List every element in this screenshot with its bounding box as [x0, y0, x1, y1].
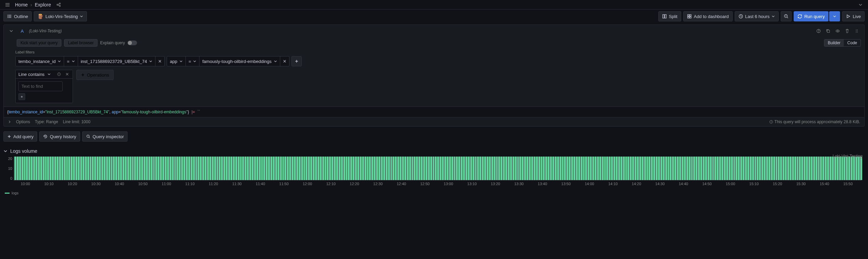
- label-browser-button[interactable]: Label browser: [64, 39, 97, 47]
- query-history-button[interactable]: Query history: [39, 131, 80, 142]
- expand-options-icon[interactable]: [8, 120, 11, 124]
- split-button[interactable]: Split: [658, 11, 681, 21]
- plus-icon: [7, 134, 11, 139]
- chevron-down-icon[interactable]: [856, 1, 865, 9]
- chevron-down-icon[interactable]: [47, 72, 51, 76]
- run-query-dropdown[interactable]: [829, 11, 840, 21]
- filter-value-select[interactable]: inst_1715886923729_UB5Bkt_74: [78, 56, 155, 66]
- chevron-down-icon: [833, 15, 836, 18]
- breadcrumb: Home › Explore: [15, 2, 51, 7]
- history-icon: [43, 134, 48, 139]
- svg-point-12: [8, 16, 8, 17]
- svg-rect-16: [688, 15, 689, 16]
- add-dashboard-label: Add to dashboard: [694, 14, 729, 19]
- query-code-preview: {tembo_instance_id="inst_1715886923729_U…: [4, 107, 864, 117]
- close-icon[interactable]: [64, 71, 70, 77]
- svg-point-53: [87, 135, 89, 137]
- breadcrumb-explore[interactable]: Explore: [35, 2, 51, 7]
- text-to-find-input[interactable]: [18, 81, 63, 91]
- svg-point-31: [856, 31, 856, 31]
- svg-point-28: [837, 30, 838, 32]
- svg-point-29: [856, 30, 856, 30]
- legend-label: logs: [12, 191, 18, 195]
- label-filters-label: Label filters: [15, 50, 858, 54]
- breadcrumb-home[interactable]: Home: [15, 2, 28, 7]
- list-icon: [7, 14, 12, 19]
- add-filter-button[interactable]: [291, 56, 302, 66]
- filter-value-text: famously-tough-oilbird-embeddings: [202, 59, 271, 64]
- plus-icon: [81, 73, 85, 77]
- filter-key-select[interactable]: app: [167, 56, 186, 66]
- zoom-out-button[interactable]: [781, 11, 792, 21]
- trash-icon[interactable]: [843, 27, 851, 35]
- drag-handle-icon[interactable]: [853, 27, 861, 35]
- filter-op-value: =: [189, 59, 191, 64]
- chevron-down-icon: [72, 60, 75, 63]
- svg-marker-24: [847, 15, 850, 18]
- hamburger-icon[interactable]: [3, 1, 12, 9]
- filter-value-text: inst_1715886923729_UB5Bkt_74: [81, 59, 147, 64]
- options-label[interactable]: Options: [16, 119, 30, 124]
- operations-button[interactable]: Operations: [76, 70, 114, 80]
- filter-op-select[interactable]: =: [186, 56, 199, 66]
- collapse-logs-icon[interactable]: [3, 149, 8, 153]
- chevron-down-icon: [274, 60, 277, 63]
- share-icon[interactable]: [55, 1, 63, 9]
- cost-message: This query will process approximately 28…: [775, 119, 860, 124]
- svg-line-7: [58, 5, 59, 5]
- svg-line-6: [58, 4, 59, 4]
- eye-icon[interactable]: [834, 27, 842, 35]
- svg-rect-17: [690, 15, 691, 16]
- chevron-right-icon: ›: [30, 2, 32, 7]
- svg-point-4: [59, 3, 60, 4]
- explain-toggle[interactable]: [128, 41, 137, 45]
- svg-rect-15: [665, 15, 666, 18]
- play-icon: [846, 14, 851, 19]
- datasource-picker[interactable]: 🪵 Loki-Vini-Testing: [34, 11, 87, 21]
- split-icon: [662, 14, 667, 19]
- filter-remove-button[interactable]: [155, 56, 165, 66]
- op-title: Line contains: [18, 72, 45, 77]
- filter-op-select[interactable]: =: [64, 56, 78, 66]
- svg-point-34: [857, 32, 858, 33]
- query-inspector-button[interactable]: Query inspector: [82, 131, 128, 142]
- datasource-icon: 🪵: [38, 14, 43, 19]
- filter-key-value: tembo_instance_id: [18, 59, 56, 64]
- help-icon[interactable]: [814, 27, 823, 35]
- add-dashboard-button[interactable]: Add to dashboard: [683, 11, 733, 21]
- time-range-button[interactable]: Last 6 hours: [735, 11, 779, 21]
- explain-label: Explain query: [100, 41, 125, 45]
- copy-icon[interactable]: [824, 27, 832, 35]
- chevron-down-icon: [193, 60, 196, 63]
- filter-value-select[interactable]: famously-tough-oilbird-embeddings: [199, 56, 280, 66]
- svg-point-26: [819, 32, 819, 32]
- collapse-query-icon[interactable]: [7, 27, 15, 35]
- logs-chart[interactable]: Loki-Vini-Testing 20100 10:0010:1010:201…: [14, 157, 861, 189]
- filter-key-select[interactable]: tembo_instance_id: [15, 56, 64, 66]
- close-icon: [283, 60, 286, 63]
- datasource-name: Loki-Vini-Testing: [45, 14, 78, 19]
- live-button[interactable]: Live: [842, 11, 865, 21]
- add-query-button[interactable]: Add query: [3, 131, 37, 142]
- svg-rect-18: [688, 17, 689, 18]
- outline-button[interactable]: Outline: [3, 11, 32, 21]
- add-param-button[interactable]: +: [18, 93, 25, 100]
- filter-key-value: app: [170, 59, 177, 64]
- filter-remove-button[interactable]: [280, 56, 289, 66]
- logs-volume-title: Logs volume: [10, 148, 37, 154]
- filter-op-value: =: [67, 59, 70, 64]
- run-query-label: Run query: [804, 14, 825, 19]
- plus-icon: [295, 59, 299, 63]
- builder-mode[interactable]: Builder: [824, 39, 844, 46]
- type-label: Type: Range: [35, 119, 58, 124]
- code-mode[interactable]: Code: [844, 39, 860, 46]
- info-icon[interactable]: [56, 71, 62, 77]
- query-letter: A: [19, 28, 26, 34]
- chevron-down-icon: [179, 60, 183, 63]
- run-query-button[interactable]: Run query: [794, 11, 828, 21]
- line-contains-op: Line contains +: [15, 70, 73, 103]
- kick-start-button[interactable]: Kick start your query: [17, 39, 61, 47]
- legend-swatch: [5, 193, 10, 194]
- zoom-out-icon: [784, 14, 789, 19]
- svg-rect-19: [690, 17, 691, 18]
